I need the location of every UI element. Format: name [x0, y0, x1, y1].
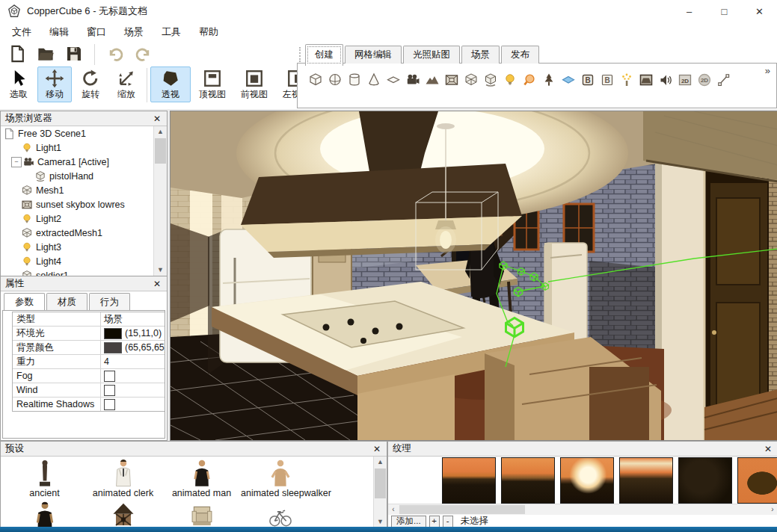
create-icon-path[interactable]	[716, 72, 731, 87]
tool-button-move[interactable]: 移动	[37, 66, 72, 102]
preset-item[interactable]: arcane house	[84, 500, 162, 528]
texture-scrollbar[interactable]: ‹ ›	[388, 504, 777, 515]
close-icon[interactable]: ✕	[152, 114, 162, 124]
ribbon-overflow-chevron[interactable]: »	[765, 65, 770, 76]
create-icon-water-surface[interactable]	[561, 72, 576, 87]
checkbox[interactable]	[104, 385, 115, 396]
property-value[interactable]	[101, 385, 165, 396]
add-texture-button[interactable]: 添加...	[391, 516, 426, 528]
texture-thumbnail-sunset-overhead[interactable]	[737, 457, 777, 504]
window-close-button[interactable]: ✕	[742, 0, 777, 22]
create-icon-terrain[interactable]	[425, 72, 440, 87]
close-icon[interactable]: ✕	[152, 279, 162, 289]
create-icon-skybox[interactable]	[444, 72, 459, 87]
scroll-right-icon[interactable]: ›	[767, 504, 777, 515]
checkbox[interactable]	[104, 371, 115, 382]
color-swatch[interactable]	[104, 342, 122, 353]
property-value[interactable]: 场景	[101, 313, 165, 326]
toolbar-button-redo[interactable]	[132, 44, 155, 65]
close-icon[interactable]: ✕	[763, 444, 773, 454]
create-icon-spotlight[interactable]	[522, 72, 537, 87]
menu-item[interactable]: 编辑	[40, 22, 78, 42]
tree-expander[interactable]	[11, 186, 20, 195]
ribbon-tab[interactable]: 发布	[501, 46, 539, 64]
create-icon-cone[interactable]	[366, 72, 381, 87]
property-value[interactable]	[101, 371, 165, 382]
tree-expander[interactable]	[25, 172, 34, 181]
preset-item[interactable]: animated clerk	[84, 458, 162, 498]
preset-item[interactable]: animated sleepwalker	[241, 458, 319, 498]
properties-tab[interactable]: 参数	[4, 293, 45, 310]
create-icon-cube[interactable]	[308, 72, 323, 87]
tool-button-scale[interactable]: 缩放	[109, 66, 144, 102]
tree-expander[interactable]	[11, 229, 20, 238]
create-icon-camera[interactable]	[405, 72, 420, 87]
menu-item[interactable]: 帮助	[190, 22, 227, 42]
preset-item[interactable]: armchair	[162, 500, 241, 528]
create-icon-overlay-2d-round[interactable]	[697, 72, 712, 87]
texture-thumbnail-sunset-sun[interactable]	[560, 457, 614, 504]
scroll-down-icon[interactable]: ▼	[154, 265, 167, 276]
tree-item[interactable]: −Camera1 [Active]	[1, 155, 167, 169]
preset-item[interactable]: bicycle	[241, 500, 319, 528]
menu-item[interactable]: 窗口	[78, 22, 115, 42]
viewport-3d-scene[interactable]	[170, 111, 777, 441]
scroll-left-icon[interactable]: ‹	[388, 504, 399, 515]
tree-item[interactable]: extractedMesh1	[1, 226, 167, 240]
toolbar-button-save[interactable]	[63, 44, 85, 65]
create-icon-text-billboard[interactable]	[600, 72, 615, 87]
scroll-thumb[interactable]	[375, 468, 386, 498]
tree-item[interactable]: Mesh1	[1, 183, 167, 197]
ribbon-gripper[interactable]	[299, 47, 303, 62]
create-icon-particle-system[interactable]	[619, 72, 634, 87]
scroll-thumb[interactable]	[399, 505, 525, 514]
scene-tree-scrollbar[interactable]: ▲ ▼	[153, 126, 167, 276]
properties-tab[interactable]: 行为	[89, 293, 130, 310]
zoom-out-button[interactable]: -	[443, 516, 453, 528]
scroll-up-icon[interactable]: ▲	[154, 126, 167, 137]
tree-item[interactable]: Free 3D Scene1	[1, 126, 167, 140]
ribbon-tab[interactable]: 场景	[461, 46, 500, 64]
color-swatch[interactable]	[104, 328, 122, 339]
checkbox[interactable]	[104, 399, 115, 410]
tree-item[interactable]: Light1	[1, 140, 167, 155]
create-icon-overlay-2d[interactable]	[678, 72, 692, 87]
create-icon-room[interactable]	[639, 72, 654, 87]
tree-item[interactable]: pistolHand	[1, 169, 167, 183]
zoom-in-button[interactable]: +	[429, 516, 440, 528]
tool-button-rotate[interactable]: 旋转	[73, 66, 108, 102]
create-icon-light[interactable]	[503, 72, 518, 87]
toolbar-button-new-document[interactable]	[6, 44, 28, 65]
tree-item[interactable]: Light4	[1, 254, 167, 268]
tree-expander[interactable]	[11, 257, 20, 266]
create-icon-cylinder[interactable]	[347, 72, 362, 87]
tree-expander[interactable]	[11, 200, 20, 209]
create-icon-static-mesh[interactable]	[464, 72, 479, 87]
create-icon-plane[interactable]	[386, 72, 401, 87]
presets-scrollbar[interactable]: ▲ ▼	[373, 457, 387, 528]
scroll-down-icon[interactable]: ▼	[374, 516, 387, 528]
tree-item[interactable]: Light2	[1, 211, 167, 226]
menu-item[interactable]: 工具	[153, 22, 190, 42]
texture-thumbnail-sunset-mountain-3[interactable]	[619, 457, 673, 504]
title-bar[interactable]: CopperCube 6 - 无标题文档 –□✕	[0, 0, 777, 22]
ribbon-tab[interactable]: 网格编辑	[345, 46, 402, 64]
create-icon-billboard[interactable]	[580, 72, 595, 87]
toolbar-button-undo[interactable]	[104, 44, 126, 65]
property-value[interactable]: (15,11,0)	[101, 328, 165, 339]
menu-item[interactable]: 文件	[3, 22, 40, 42]
scroll-up-icon[interactable]: ▲	[374, 457, 387, 468]
toolbar-button-open[interactable]	[34, 44, 57, 65]
create-icon-sphere[interactable]	[328, 72, 343, 87]
tree-expander[interactable]	[11, 143, 20, 152]
ribbon-tab[interactable]: 创建	[305, 44, 343, 66]
preset-item[interactable]: ancient	[5, 458, 84, 498]
preset-item[interactable]: animated man	[162, 458, 241, 498]
window-minimize-button[interactable]: –	[672, 0, 707, 22]
tree-item[interactable]: Light3	[1, 240, 167, 254]
tree-expander[interactable]: −	[11, 157, 22, 167]
tree-expander[interactable]	[11, 243, 20, 252]
view-button-top-view[interactable]: 顶视图	[192, 66, 233, 102]
tree-item[interactable]: sunset skybox lowres	[1, 197, 167, 211]
tree-expander[interactable]	[11, 214, 20, 223]
